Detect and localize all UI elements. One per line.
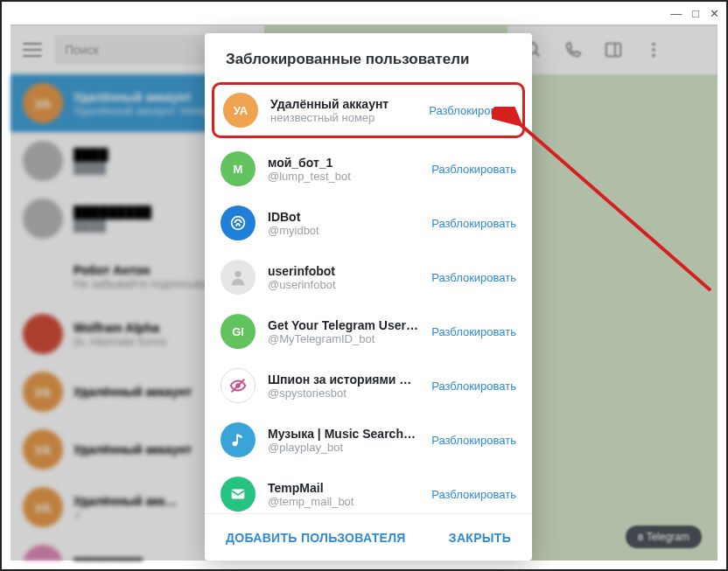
blocked-user-row[interactable]: TempMail@temp_mail_botРазблокировать bbox=[205, 467, 532, 513]
avatar bbox=[220, 205, 256, 240]
unblock-button[interactable]: Разблокировать bbox=[431, 380, 516, 393]
blocked-user-row[interactable]: GIGet Your Telegram User…@MyTelegramID_b… bbox=[205, 304, 532, 359]
unblock-button[interactable]: Разблокировать bbox=[431, 325, 516, 338]
blocked-user-handle: @lump_test_bot bbox=[268, 170, 419, 183]
blocked-user-handle: @MyTelegramID_bot bbox=[268, 332, 419, 345]
avatar: УА bbox=[223, 93, 258, 128]
unblock-button[interactable]: Разблокировать bbox=[431, 488, 516, 501]
unblock-button[interactable]: Разблокировать bbox=[431, 434, 516, 447]
avatar: GI bbox=[220, 314, 256, 349]
blocked-user-handle: @temp_mail_bot bbox=[268, 495, 419, 508]
unblock-button[interactable]: Разблокировать bbox=[431, 163, 516, 176]
blocked-user-row[interactable]: IDBot@myidbotРазблокировать bbox=[205, 196, 532, 250]
blocked-user-handle: @myidbot bbox=[268, 224, 419, 237]
blocked-user-name: Get Your Telegram User… bbox=[268, 318, 419, 332]
close-button[interactable]: ЗАКРЫТЬ bbox=[449, 531, 511, 545]
svg-point-8 bbox=[234, 271, 241, 277]
blocked-user-handle: неизвестный номер bbox=[270, 111, 416, 124]
avatar bbox=[220, 368, 256, 403]
blocked-user-row[interactable]: Ммой_бот_1@lump_test_botРазблокировать bbox=[205, 142, 532, 196]
svg-rect-12 bbox=[236, 435, 238, 444]
blocked-user-name: userinfobot bbox=[268, 264, 419, 278]
avatar bbox=[220, 422, 256, 457]
avatar bbox=[220, 260, 256, 295]
blocked-user-name: TempMail bbox=[268, 481, 419, 495]
blocked-user-name: IDBot bbox=[268, 210, 419, 224]
window-close-icon[interactable]: ✕ bbox=[710, 8, 719, 19]
avatar: М bbox=[220, 151, 256, 186]
blocked-user-handle: @playplay_bot bbox=[268, 441, 419, 454]
blocked-users-modal: Заблокированные пользователи УАУдалённый… bbox=[205, 33, 532, 561]
blocked-user-row[interactable]: userinfobot@userinfobotРазблокировать bbox=[205, 250, 532, 304]
blocked-user-name: Шпион за историями … bbox=[268, 373, 419, 386]
blocked-user-row[interactable]: Музыка | Music Search…@playplay_botРазбл… bbox=[205, 413, 532, 467]
window-minimize-icon[interactable]: — bbox=[670, 8, 682, 19]
blocked-user-handle: @userinfobot bbox=[268, 278, 419, 291]
unblock-button[interactable]: Разблокировать bbox=[431, 271, 516, 284]
window-maximize-icon[interactable]: □ bbox=[692, 8, 699, 19]
blocked-user-name: Удалённый аккаунт bbox=[270, 97, 416, 111]
unblock-button[interactable]: Разблокировать bbox=[429, 104, 514, 117]
blocked-user-row[interactable]: Шпион за историями …@spystoriesbotРазбло… bbox=[205, 359, 532, 413]
add-user-button[interactable]: ДОБАВИТЬ ПОЛЬЗОВАТЕЛЯ bbox=[226, 531, 406, 545]
modal-title: Заблокированные пользователи bbox=[205, 33, 532, 80]
blocked-user-handle: @spystoriesbot bbox=[268, 386, 419, 400]
blocked-user-name: Музыка | Music Search… bbox=[268, 427, 419, 441]
blocked-user-name: мой_бот_1 bbox=[268, 156, 419, 170]
avatar bbox=[220, 477, 256, 512]
unblock-button[interactable]: Разблокировать bbox=[431, 217, 516, 230]
blocked-user-row[interactable]: УАУдалённый аккаунтнеизвестный номерРазб… bbox=[212, 82, 525, 138]
